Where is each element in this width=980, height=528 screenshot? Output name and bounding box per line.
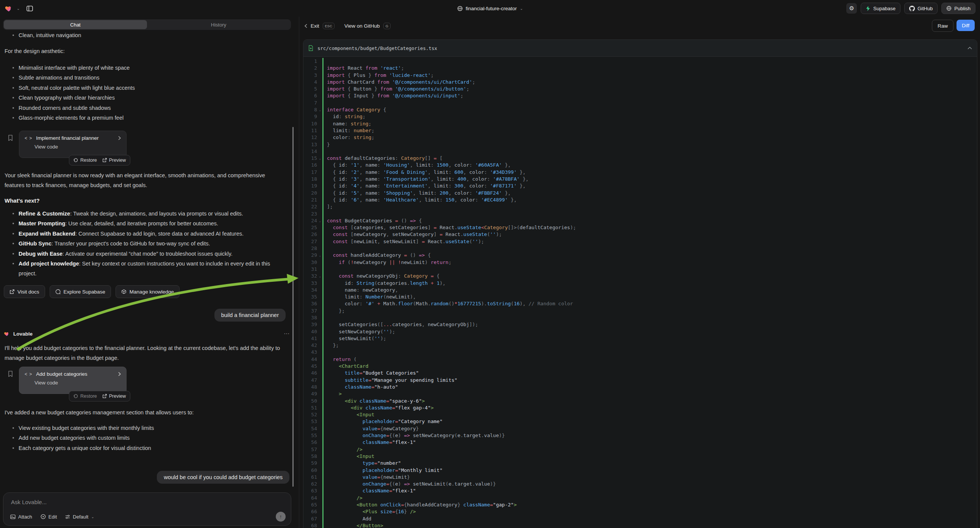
code-line: 25 const [categories, setCategories] = R… — [304, 224, 977, 231]
code-line: 64 /> — [304, 495, 977, 501]
code-line: 45 <ChartCard — [304, 363, 977, 370]
list-item: Clean typography with clear hierarchies — [5, 93, 284, 103]
code-line: 22]; — [304, 204, 977, 210]
list-item: Subtle animations and transitions — [5, 73, 284, 83]
code-line: 9 id: string; — [304, 113, 977, 120]
code-line: 48 className="h-auto" — [304, 384, 977, 391]
code-line: 24⌄const BudgetCategories = () => { — [304, 218, 977, 224]
external-link-icon — [102, 394, 107, 398]
code-line: 38 — [304, 314, 977, 321]
view-code-link[interactable]: View code — [35, 380, 121, 386]
version-title: Add budget categories — [36, 371, 115, 377]
gear-icon: ⚙ — [849, 5, 854, 12]
list-item: Rounded corners and subtle shadows — [5, 103, 284, 113]
tab-history[interactable]: History — [147, 20, 290, 29]
explore-supabase-button[interactable]: Explore Supabase — [49, 285, 111, 298]
external-link-icon — [102, 158, 107, 162]
raw-toggle-button[interactable]: Raw — [932, 20, 953, 32]
code-line: 33 id: String(categories.length + 1), — [304, 280, 977, 287]
bookmark-icon[interactable] — [8, 134, 13, 141]
code-line: 59 type="number" — [304, 460, 977, 467]
publish-globe-icon — [946, 6, 951, 11]
visit-docs-button[interactable]: Visit docs — [4, 285, 45, 298]
g-key-badge: G — [383, 23, 391, 29]
code-line: 50 <div className="space-y-6"> — [304, 398, 977, 404]
code-line: 8⌄interface Category { — [304, 107, 977, 113]
view-on-github-button[interactable]: View on GitHub G — [344, 23, 391, 29]
bookmark-icon[interactable] — [8, 371, 13, 377]
preview-button[interactable]: Preview — [102, 157, 126, 163]
list-item: Master Prompting: Use clear, detailed, a… — [5, 219, 288, 228]
restore-button[interactable]: Restore — [73, 157, 97, 163]
attach-button[interactable]: Attach — [10, 514, 32, 520]
code-toolbar: Exit ESC View on GitHub G Raw Diff — [299, 17, 980, 35]
file-added-icon — [309, 45, 313, 51]
reply-intro: I'll help you add budget categories to t… — [5, 343, 288, 363]
collapse-chevron-up-icon[interactable] — [967, 46, 972, 49]
manage-knowledge-button[interactable]: Manage knowledge — [116, 285, 180, 298]
lovable-heart-icon — [4, 331, 10, 337]
edit-button[interactable]: Edit — [41, 514, 57, 520]
composer-input[interactable]: Ask Lovable... — [11, 499, 46, 505]
github-button[interactable]: GitHub — [904, 3, 937, 14]
code-line: 12 color: string; — [304, 134, 977, 141]
code-line: 29⌄ const handleAddCategory = () => { — [304, 252, 977, 259]
code-line: 36 color: '#' + Math.floor(Math.random()… — [304, 301, 977, 307]
version-card-implement-planner[interactable]: < > Implement financial planner View cod… — [19, 131, 127, 158]
restore-icon — [73, 394, 78, 398]
code-line: 20 { id: '5', name: 'Shopping', limit: 2… — [304, 190, 977, 197]
diff-toggle-button[interactable]: Diff — [956, 20, 975, 31]
code-line: 27 const [newLimit, setNewLimit] = React… — [304, 238, 977, 245]
design-bullets: Minimalist interface with plenty of whit… — [5, 63, 284, 123]
version-card-add-budget-categories[interactable]: < > Add budget categories View code — [19, 367, 127, 394]
code-line: 31 — [304, 266, 977, 273]
code-line: 52 <Input — [304, 411, 977, 418]
added-intro: I've added a new budget categories manag… — [5, 407, 284, 417]
file-header[interactable]: src/components/budget/BudgetCategories.t… — [304, 40, 977, 57]
chevron-left-icon — [305, 24, 307, 28]
restore-icon — [73, 158, 78, 162]
code-line: 61 value={newLimit} — [304, 474, 977, 481]
more-options-icon[interactable]: ⋯ — [284, 330, 290, 337]
list-item: Each category gets a unique color for vi… — [5, 443, 284, 453]
model-selector[interactable]: Default ⌄ — [65, 514, 94, 520]
code-panel: Exit ESC View on GitHub G Raw Diff src/c… — [299, 17, 980, 528]
settings-button[interactable]: ⚙ — [846, 3, 857, 14]
globe-icon — [457, 6, 463, 11]
code-line: 56 className="flex-1" — [304, 439, 977, 446]
restore-button[interactable]: Restore — [73, 394, 97, 399]
code-line: 16 { id: '1', name: 'Housing', limit: 15… — [304, 162, 977, 169]
view-code-link[interactable]: View code — [35, 144, 121, 149]
chevron-right-icon — [118, 372, 121, 376]
code-line: 13} — [304, 141, 977, 148]
code-line: 65 <Button onClick={handleAddCategory} c… — [304, 501, 977, 508]
suggestion-buttons: Visit docs Explore Supabase Manage knowl… — [4, 285, 180, 298]
chat-composer[interactable]: Ask Lovable... Attach Edit Default ⌄ ↑ — [3, 492, 291, 526]
tab-chat[interactable]: Chat — [4, 20, 147, 29]
logo-chevron-down-icon[interactable]: ⌄ — [17, 6, 20, 11]
sidebar-toggle-icon[interactable] — [27, 6, 33, 11]
file-diff-card: src/components/budget/BudgetCategories.t… — [303, 40, 977, 528]
code-line: 7 — [304, 100, 977, 107]
project-switcher[interactable]: financial-future-creator ⌄ — [457, 0, 523, 17]
exit-button[interactable]: Exit ESC — [305, 23, 334, 29]
list-item: GitHub Sync: Transfer your project's cod… — [5, 239, 288, 248]
chat-scrollbar[interactable] — [293, 127, 294, 487]
code-line: 5import { Button } from '@/components/ui… — [304, 86, 977, 92]
code-line: 30 if (!newCategory || !newLimit) return… — [304, 259, 977, 266]
list-item: Refine & Customize: Tweak the design, an… — [5, 209, 288, 219]
send-button[interactable]: ↑ — [276, 512, 286, 522]
code-line: 54 value={newCategory} — [304, 425, 977, 432]
lovable-logo-icon[interactable] — [5, 4, 13, 13]
publish-button[interactable]: Publish — [941, 3, 975, 14]
code-line: 66 <Plus size={16} /> — [304, 508, 977, 515]
user-message-bubble: would be cool if you could add budget ca… — [157, 471, 290, 484]
code-line: 58 <Input — [304, 453, 977, 460]
supabase-label: Supabase — [873, 6, 896, 11]
preview-button[interactable]: Preview — [102, 394, 126, 399]
whats-next-heading: What's next? — [5, 196, 284, 206]
supabase-button[interactable]: Supabase — [861, 3, 900, 14]
code-lines: 12import React from 'react';3import { Pl… — [304, 57, 977, 528]
code-line: 26 const [newCategory, setNewCategory] =… — [304, 231, 977, 238]
app-header: ⌄ financial-future-creator ⌄ ⚙ Supabase … — [0, 0, 980, 17]
